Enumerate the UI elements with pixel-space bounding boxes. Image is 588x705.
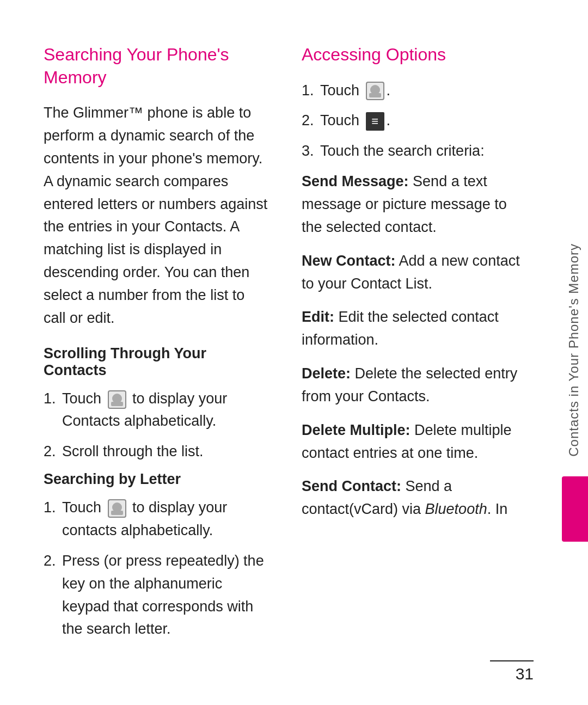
scrolling-item-1: 1. Touch to display your Contacts alphab… xyxy=(44,388,269,433)
accessing-item-1: 1. Touch . xyxy=(302,79,527,102)
def-send-message-term: Send Message: xyxy=(302,173,409,189)
def-send-message: Send Message: Send a text message or pic… xyxy=(302,170,527,239)
scrolling-subheading: Scrolling Through Your Contacts xyxy=(44,345,269,379)
accessing-item-1-text: Touch . xyxy=(320,79,390,102)
scrolling-item-2-num: 2. xyxy=(44,440,59,463)
def-edit: Edit: Edit the selected contact informat… xyxy=(302,306,527,352)
def-edit-term: Edit: xyxy=(302,309,334,325)
def-send-contact-term: Send Contact: xyxy=(302,478,401,494)
sidebar-label-text: Contacts in Your Phone's Memory xyxy=(566,243,581,457)
page-number: 31 xyxy=(516,665,534,683)
accessing-item-2: 2. Touch . xyxy=(302,109,527,132)
def-send-contact: Send Contact: Send a contact(vCard) via … xyxy=(302,475,527,521)
left-section1-body: The Glimmer™ phone is able to perform a … xyxy=(44,102,269,329)
contacts-icon-1 xyxy=(108,390,126,409)
def-delete-multiple-term: Delete Multiple: xyxy=(302,422,411,438)
main-content: Searching Your Phone's Memory The Glimme… xyxy=(0,0,560,705)
left-section1-title: Searching Your Phone's Memory xyxy=(44,44,269,89)
right-section1-title: Accessing Options xyxy=(302,44,527,66)
searching-item-1-num: 1. xyxy=(44,496,59,519)
searching-item-2-num: 2. xyxy=(44,550,59,573)
searching-item-2: 2. Press (or press repeatedly) the key o… xyxy=(44,550,269,641)
page-container: Searching Your Phone's Memory The Glimme… xyxy=(0,0,588,705)
contacts-icon-3 xyxy=(366,82,384,100)
scrolling-item-2: 2. Scroll through the list. xyxy=(44,440,269,463)
searching-item-1: 1. Touch to display your contacts alphab… xyxy=(44,496,269,542)
def-delete-multiple: Delete Multiple: Delete multiple contact… xyxy=(302,419,527,465)
menu-icon xyxy=(366,112,384,131)
def-new-contact-term: New Contact: xyxy=(302,253,396,269)
searching-item-2-text: Press (or press repeatedly) the key on t… xyxy=(62,550,269,641)
def-delete-term: Delete: xyxy=(302,365,351,382)
scrolling-item-1-num: 1. xyxy=(44,388,59,410)
accessing-item-3: 3. Touch the search criteria: xyxy=(302,140,527,163)
accessing-item-3-num: 3. xyxy=(302,140,317,163)
right-column: Accessing Options 1. Touch . 2. Touch . … xyxy=(302,44,527,661)
searching-item-1-text: Touch to display your contacts alphabeti… xyxy=(62,496,269,542)
left-column: Searching Your Phone's Memory The Glimme… xyxy=(44,44,269,661)
accessing-item-1-num: 1. xyxy=(302,79,317,102)
scrolling-item-1-text: Touch to display your Contacts alphabeti… xyxy=(62,388,269,433)
sidebar-tab: Contacts in Your Phone's Memory xyxy=(560,0,588,705)
scrolling-item-2-text: Scroll through the list. xyxy=(62,440,204,463)
page-divider xyxy=(490,660,534,661)
accessing-item-2-text: Touch . xyxy=(320,109,390,132)
def-new-contact: New Contact: Add a new contact to your C… xyxy=(302,250,527,296)
def-delete: Delete: Delete the selected entry from y… xyxy=(302,363,527,408)
accessing-item-3-text: Touch the search criteria: xyxy=(320,140,485,163)
bluetooth-text: Bluetooth xyxy=(425,501,487,517)
accessing-item-2-num: 2. xyxy=(302,109,317,132)
contacts-icon-2 xyxy=(108,499,126,518)
searching-subheading: Searching by Letter xyxy=(44,471,269,488)
